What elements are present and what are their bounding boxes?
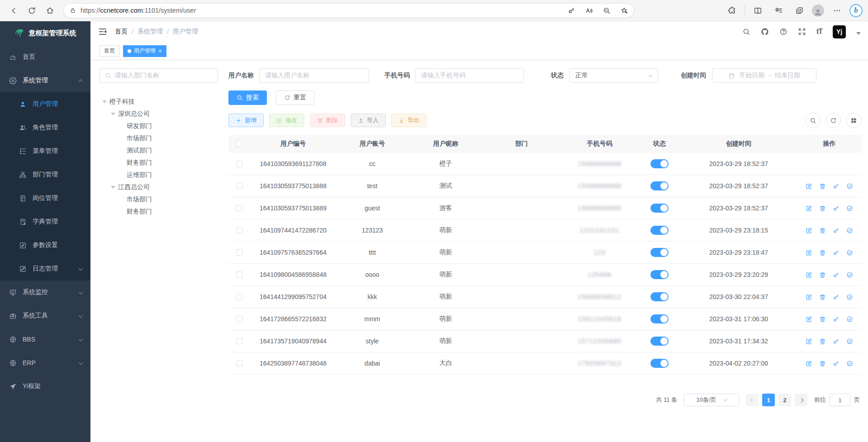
tree-expand-icon[interactable]	[111, 113, 118, 115]
help-icon[interactable]	[779, 28, 787, 36]
tree-node-org-sz-mkt[interactable]: 市场部门	[100, 132, 228, 144]
tree-node-org-sz-rd[interactable]: 研发部门	[100, 120, 228, 132]
bing-chat-icon[interactable]: b	[849, 4, 863, 17]
edit-user-icon[interactable]	[806, 316, 812, 323]
tree-node-org-jx[interactable]: 江西总公司	[100, 181, 228, 193]
edit-user-icon[interactable]	[806, 183, 812, 190]
sidebar-item-post[interactable]: 岗位管理	[0, 186, 90, 210]
refresh-table-button[interactable]	[825, 113, 841, 128]
browser-back-button[interactable]	[5, 2, 22, 19]
assign-role-icon[interactable]	[846, 338, 853, 345]
username-input[interactable]: 请输入用户名称	[259, 68, 369, 83]
status-toggle[interactable]	[650, 204, 669, 213]
status-toggle[interactable]	[650, 181, 669, 190]
edit-button[interactable]: 修改	[269, 114, 304, 127]
add-button[interactable]: 新增	[228, 114, 264, 127]
browser-profile-avatar[interactable]	[812, 5, 824, 17]
edit-user-icon[interactable]	[806, 360, 812, 367]
status-toggle[interactable]	[650, 314, 669, 323]
reset-password-icon[interactable]	[833, 227, 840, 234]
caret-down-icon[interactable]	[856, 32, 861, 35]
add-favorite-icon[interactable]	[617, 4, 631, 17]
breadcrumb-home[interactable]: 首页	[115, 28, 128, 36]
edit-user-icon[interactable]	[806, 271, 812, 278]
reset-password-icon[interactable]	[833, 294, 840, 300]
favorites-bar-icon[interactable]	[770, 2, 787, 19]
search-button[interactable]: 搜索	[228, 90, 267, 105]
browser-home-button[interactable]	[42, 2, 58, 19]
reset-password-icon[interactable]	[833, 271, 840, 278]
sidebar-item-user[interactable]: 用户管理	[0, 92, 90, 116]
sidebar-item-dept[interactable]: 部门管理	[0, 163, 90, 186]
tab-home[interactable]: 首页	[100, 45, 119, 57]
row-checkbox[interactable]	[236, 271, 242, 278]
collections-icon[interactable]	[791, 2, 807, 19]
row-checkbox[interactable]	[236, 205, 242, 211]
assign-role-icon[interactable]	[846, 294, 853, 300]
assign-role-icon[interactable]	[846, 183, 853, 190]
tree-expand-icon[interactable]	[102, 100, 109, 103]
password-icon[interactable]	[564, 4, 578, 17]
delete-user-icon[interactable]	[819, 360, 826, 367]
sidebar-item-param[interactable]: 参数设置	[0, 233, 90, 257]
status-toggle[interactable]	[650, 359, 669, 368]
page-button-1[interactable]: 1	[762, 394, 775, 406]
user-avatar[interactable]: Yj	[833, 25, 846, 38]
next-page-button[interactable]	[795, 394, 807, 406]
sidebar-item-system[interactable]: 系统管理	[0, 69, 90, 92]
sidebar-item-log[interactable]: 日志管理	[0, 257, 90, 280]
prev-page-button[interactable]	[746, 394, 759, 406]
goto-page-input[interactable]: 1	[830, 394, 850, 406]
address-bar[interactable]: https://ccnetcore.com:1101/system/user	[63, 3, 634, 18]
edit-user-icon[interactable]	[806, 249, 812, 256]
tree-node-org-sz-ops[interactable]: 运维部门	[100, 169, 228, 181]
delete-user-icon[interactable]	[819, 316, 826, 323]
breadcrumb-system[interactable]: 系统管理	[138, 28, 163, 36]
sidebar-item-bbs[interactable]: BBS	[0, 328, 90, 351]
close-tab-icon[interactable]: ×	[158, 48, 162, 54]
row-checkbox[interactable]	[236, 249, 242, 256]
sidebar-item-erp[interactable]: ERP	[0, 351, 90, 375]
column-settings-button[interactable]	[846, 113, 861, 128]
row-checkbox[interactable]	[236, 294, 242, 300]
assign-role-icon[interactable]	[846, 316, 853, 323]
reset-button[interactable]: 重置	[276, 90, 314, 105]
status-toggle[interactable]	[650, 159, 669, 168]
row-checkbox[interactable]	[236, 183, 242, 189]
collapse-sidebar-icon[interactable]	[98, 27, 108, 37]
status-select[interactable]: 正常	[569, 68, 658, 83]
search-icon[interactable]	[742, 28, 750, 36]
assign-role-icon[interactable]	[846, 360, 853, 367]
browser-menu-icon[interactable]	[829, 2, 845, 19]
delete-user-icon[interactable]	[819, 338, 826, 345]
date-range-picker[interactable]: 开始日期 - 结束日期	[712, 68, 816, 83]
tree-expand-icon[interactable]	[111, 186, 118, 189]
font-size-icon[interactable]: tT	[816, 28, 822, 36]
tree-node-org-jx-mkt[interactable]: 市场部门	[100, 193, 228, 205]
sidebar-item-role[interactable]: 角色管理	[0, 116, 90, 139]
sidebar-item-menu[interactable]: 菜单管理	[0, 139, 90, 163]
row-checkbox[interactable]	[236, 360, 242, 366]
zoom-out-icon[interactable]	[600, 4, 613, 17]
row-checkbox[interactable]	[236, 338, 242, 344]
row-checkbox[interactable]	[236, 227, 242, 233]
delete-user-icon[interactable]	[819, 294, 826, 300]
edit-user-icon[interactable]	[806, 338, 812, 345]
status-toggle[interactable]	[650, 337, 669, 346]
assign-role-icon[interactable]	[846, 205, 853, 212]
delete-user-icon[interactable]	[819, 205, 826, 212]
delete-button[interactable]: 删除	[310, 114, 345, 127]
fullscreen-icon[interactable]	[798, 28, 806, 36]
reset-password-icon[interactable]	[833, 249, 840, 256]
assign-role-icon[interactable]	[846, 249, 853, 256]
edit-user-icon[interactable]	[806, 294, 812, 300]
read-aloud-icon[interactable]	[582, 4, 596, 17]
delete-user-icon[interactable]	[819, 183, 826, 190]
row-checkbox[interactable]	[236, 316, 242, 322]
reset-password-icon[interactable]	[833, 316, 840, 323]
department-search-input[interactable]: 请输入部门名称	[100, 68, 218, 83]
sidebar-item-tool[interactable]: 系统工具	[0, 304, 90, 328]
delete-user-icon[interactable]	[819, 271, 826, 278]
status-toggle[interactable]	[650, 226, 669, 235]
github-icon[interactable]	[761, 28, 769, 36]
